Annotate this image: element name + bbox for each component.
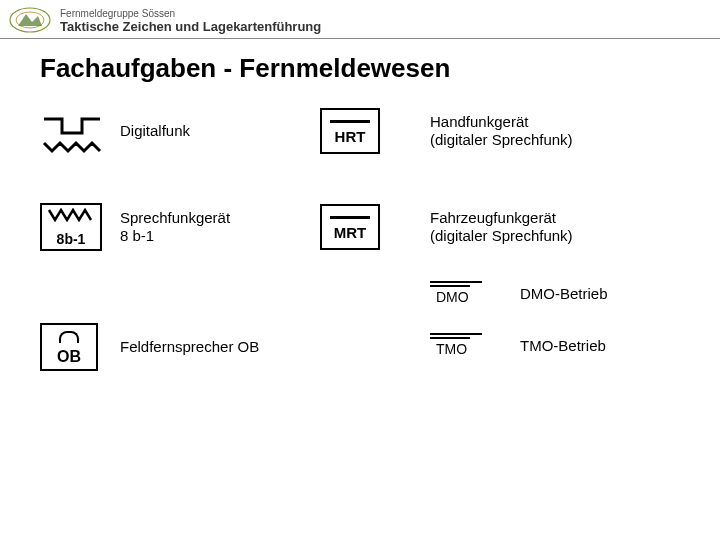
hrt-box-text: HRT bbox=[335, 128, 366, 145]
ob-box-text: OB bbox=[42, 348, 96, 366]
symbol-hrt: HRT bbox=[320, 108, 430, 154]
row-tmo: TMO TMO-Betrieb bbox=[430, 322, 690, 368]
label-hrt-l2: (digitaler Sprechfunk) bbox=[430, 131, 573, 148]
row-digitalfunk: Digitalfunk HRT Handfunkgerät (digitaler… bbox=[40, 94, 680, 168]
symbol-dmo: DMO bbox=[430, 281, 520, 305]
label-sprechfunk-l2: 8 b-1 bbox=[120, 227, 154, 244]
label-hrt-l1: Handfunkgerät bbox=[430, 113, 528, 130]
mrt-box-text: MRT bbox=[334, 224, 367, 241]
symbol-tmo: TMO bbox=[430, 333, 520, 357]
label-hrt: Handfunkgerät (digitaler Sprechfunk) bbox=[430, 113, 680, 149]
label-sprechfunk: Sprechfunkgerät 8 b-1 bbox=[120, 209, 320, 245]
sprechfunk-box-text: 8b-1 bbox=[42, 231, 100, 247]
label-dmo: DMO-Betrieb bbox=[520, 285, 608, 302]
label-mrt: Fahrzeugfunkgerät (digitaler Sprechfunk) bbox=[430, 209, 680, 245]
org-logo bbox=[8, 6, 52, 34]
symbol-digitalfunk bbox=[40, 107, 120, 155]
tmo-flag-text: TMO bbox=[436, 341, 496, 357]
label-mrt-l2: (digitaler Sprechfunk) bbox=[430, 227, 573, 244]
page-title: Fachaufgaben - Fernmeldewesen bbox=[0, 39, 720, 94]
mode-rows: DMO DMO-Betrieb TMO TMO-Betrieb bbox=[430, 270, 690, 368]
org-name: Fernmeldegruppe Sössen bbox=[60, 8, 708, 19]
label-sprechfunk-l1: Sprechfunkgerät bbox=[120, 209, 230, 226]
doc-subtitle: Taktische Zeichen und Lagekartenführung bbox=[60, 19, 708, 34]
symbol-mrt: MRT bbox=[320, 204, 430, 250]
symbol-ob: OB bbox=[40, 323, 120, 371]
row-dmo: DMO DMO-Betrieb bbox=[430, 270, 690, 316]
symbol-sprechfunk: 8b-1 bbox=[40, 203, 120, 251]
dmo-flag-text: DMO bbox=[436, 289, 496, 305]
label-mrt-l1: Fahrzeugfunkgerät bbox=[430, 209, 556, 226]
label-tmo: TMO-Betrieb bbox=[520, 337, 606, 354]
label-digitalfunk: Digitalfunk bbox=[120, 122, 320, 140]
label-ob: Feldfernsprecher OB bbox=[120, 338, 390, 356]
slide-header: Fernmeldegruppe Sössen Taktische Zeichen… bbox=[0, 0, 720, 39]
row-sprechfunk: 8b-1 Sprechfunkgerät 8 b-1 MRT Fahrzeugf… bbox=[40, 190, 680, 264]
